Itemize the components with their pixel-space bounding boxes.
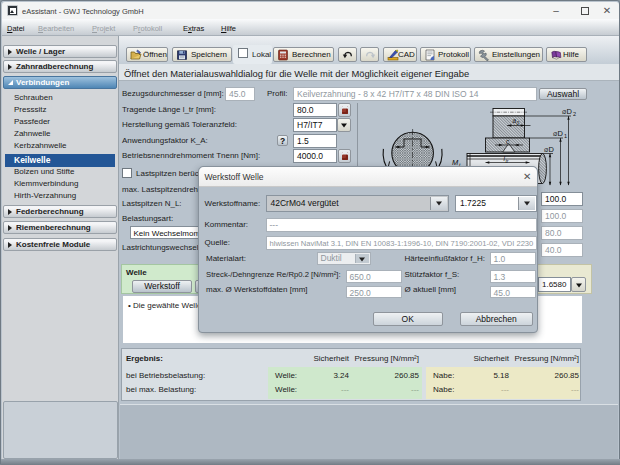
svg-text:⌀D: ⌀D <box>544 145 555 154</box>
svg-text:1: 1 <box>564 133 567 139</box>
svg-text:⌀D: ⌀D <box>562 107 573 116</box>
svg-text:⌀D: ⌀D <box>553 129 564 138</box>
svg-text:2: 2 <box>573 111 576 117</box>
svg-text:0: 0 <box>517 121 520 126</box>
svg-text:tr: tr <box>506 159 509 164</box>
